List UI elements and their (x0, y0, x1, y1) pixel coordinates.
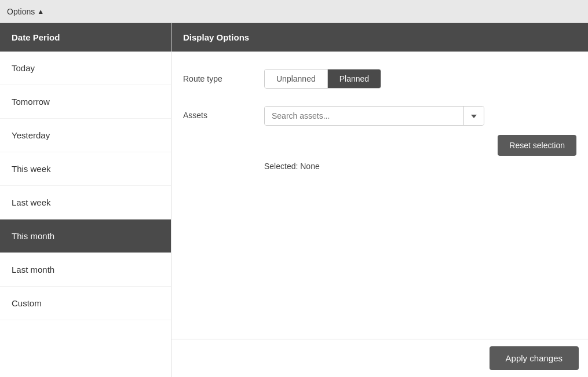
options-arrow: ▲ (37, 8, 44, 16)
reset-selection-button[interactable]: Reset selection (498, 135, 576, 156)
date-period-list: Today Tomorrow Yesterday This week Last … (0, 52, 171, 377)
assets-search-wrapper (264, 106, 484, 126)
route-type-group: Unplanned Planned (264, 69, 576, 89)
date-period-item-this-month[interactable]: This month (0, 219, 171, 253)
assets-search-area (264, 106, 576, 126)
date-period-item-tomorrow[interactable]: Tomorrow (0, 85, 171, 119)
right-panel: Display Options Route type Unplanned Pla… (171, 23, 588, 377)
bottom-bar: Apply changes (171, 339, 588, 377)
route-type-label: Route type (183, 74, 264, 83)
date-period-item-yesterday[interactable]: Yesterday (0, 119, 171, 152)
left-panel: Date Period Today Tomorrow Yesterday Thi… (0, 23, 171, 377)
assets-search-input[interactable] (265, 107, 463, 125)
top-bar: Options ▲ (0, 0, 588, 23)
date-period-item-last-week[interactable]: Last week (0, 186, 171, 219)
right-panel-content: Route type Unplanned Planned Assets (171, 52, 588, 339)
assets-right: Reset selection Selected: None (264, 106, 576, 171)
apply-changes-button[interactable]: Apply changes (490, 346, 579, 370)
assets-form-row: Assets Reset selection Selected: None (183, 106, 576, 171)
assets-label: Assets (183, 106, 264, 120)
assets-dropdown-btn[interactable] (463, 107, 484, 125)
date-period-item-today[interactable]: Today (0, 52, 171, 85)
date-period-item-this-week[interactable]: This week (0, 152, 171, 186)
main-container: Date Period Today Tomorrow Yesterday Thi… (0, 23, 588, 377)
route-type-buttons: Unplanned Planned (264, 69, 381, 89)
options-label: Options (7, 7, 35, 16)
date-period-item-custom[interactable]: Custom (0, 287, 171, 320)
display-options-header: Display Options (171, 23, 588, 52)
date-period-item-last-month[interactable]: Last month (0, 253, 171, 287)
date-period-header: Date Period (0, 23, 171, 52)
route-type-unplanned-btn[interactable]: Unplanned (265, 69, 328, 88)
route-type-planned-btn[interactable]: Planned (328, 69, 381, 88)
selected-label: Selected: None (264, 162, 576, 171)
reset-selection-area: Reset selection (264, 135, 576, 156)
chevron-down-icon (471, 115, 477, 118)
route-type-row: Route type Unplanned Planned (183, 69, 576, 89)
